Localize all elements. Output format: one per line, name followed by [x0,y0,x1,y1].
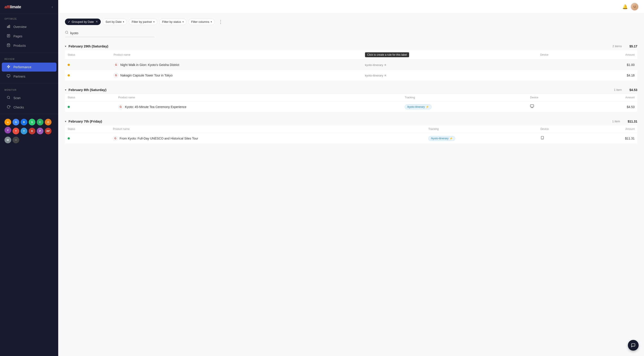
network-icon-g: G [113,136,118,141]
product-cell: G Night Walk in Gion: Kyoto's Geisha Dis… [111,60,362,70]
status-cell [65,102,116,112]
product-name: Kyoto: 45-Minute Tea Ceremony Experience [125,105,186,109]
th-device: Device [527,94,580,102]
tracking-link-icon: ⚡ [450,137,453,140]
loading-spinner-icon: ✳ [384,63,386,67]
partner-t[interactable]: T [12,128,19,134]
partner-c[interactable]: C [37,119,44,126]
table-row: G Kyoto: 45-Minute Tea Ceremony Experien… [65,102,637,112]
sidebar-item-checks[interactable]: Checks [2,103,56,112]
partner-google[interactable]: G [12,119,19,126]
monitor-section-label: MONITOR [0,85,58,93]
sidebar: affilimate ‹ OPTIMIZE Overview Pages Pro… [0,0,58,356]
partner-v[interactable]: V [4,127,11,134]
sort-by-date-chip[interactable]: Sort by Date ▾ [102,18,127,25]
collapse-feb-8-icon: ▾ [65,88,66,91]
table-feb-29-header-row: Status Product name Click to create a ru… [65,50,637,60]
sidebar-item-performance[interactable]: Performance [2,63,56,72]
th-tracking: Tracking [402,94,527,102]
th-status: Status [65,125,110,133]
remove-group-icon[interactable]: ✕ [96,20,98,23]
collapse-feb-29-icon: ▾ [65,45,66,48]
user-avatar[interactable]: U [630,3,639,11]
partner-more[interactable]: ··· [12,137,19,143]
date-group-feb-7-header[interactable]: ▾ February 7th (Friday) 1 item $11.31 [65,118,637,125]
pages-label: Pages [14,34,22,38]
tracking-label-text: kyoto-itinerary [365,63,383,67]
sidebar-collapse-button[interactable]: ‹ [51,4,54,10]
table-feb-7: Status Product name Tracking Device Amou… [65,125,637,144]
network-icon-g: G [114,73,118,78]
filter-by-status-chip[interactable]: Filter by status ▾ [159,18,186,25]
overview-label: Overview [14,25,26,29]
th-product-name: Product name [111,50,362,60]
partner-b[interactable]: B [20,119,27,126]
sidebar-section-review: REVIEW Performance Partners [0,54,58,81]
optimize-section-label: OPTIMIZE [0,14,58,22]
filter-bar: ✓ Grouped by Date ✕ Sort by Date ▾ Filte… [65,18,637,25]
sidebar-item-partners[interactable]: Partners [2,72,56,81]
sidebar-item-products[interactable]: Products [2,41,56,50]
device-cell [527,102,580,112]
sidebar-item-pages[interactable]: Pages [2,32,56,41]
date-group-feb-29-header[interactable]: ▾ February 29th (Saturday) 2 items $5.17 [65,42,637,50]
main-area: 🔔 U ✓ Grouped by Date ✕ Sort by Date ▾ F… [58,0,644,356]
partners-icon [6,74,11,79]
th-status: Status [65,50,111,60]
svg-line-15 [68,33,68,34]
more-filters-button[interactable]: ⋮ [216,18,224,25]
chat-button[interactable] [628,340,639,351]
sort-by-date-label: Sort by Date [106,20,122,23]
scan-label: Scan [14,96,20,100]
product-name: Nakagin Capsule Tower Tour in Tokyo [120,74,172,77]
notification-bell-icon[interactable]: 🔔 [622,4,628,9]
tracking-loading: kyoto-itinerary ✳ [365,74,387,77]
create-rule-tooltip[interactable]: Click to create a rule for this label [365,52,409,57]
partner-amazon[interactable]: a [4,119,11,126]
collapse-feb-7-icon: ▾ [65,120,66,123]
status-cell [65,133,110,144]
network-icon-g: G [118,104,123,109]
partners-label: Partners [14,75,25,78]
search-input[interactable] [70,31,138,35]
products-label: Products [14,44,26,47]
tracking-cell: /kyoto-itinerary ⚡ [426,133,538,144]
grouped-by-date-chip[interactable]: ✓ Grouped by Date ✕ [65,18,101,25]
date-group-feb-8-header[interactable]: ▾ February 8th (Saturday) 1 item $4.53 [65,86,637,94]
partner-s[interactable]: S [29,119,36,126]
partner-r[interactable]: R [29,128,36,134]
th-amount: Amount [586,50,637,60]
tracking-cell: kyoto-itinerary ✳ [362,60,538,70]
partner-o[interactable]: O [45,119,52,126]
partner-w[interactable]: W [4,137,11,143]
table-row: G From Kyoto: Full-Day UNESCO and Histor… [65,133,637,144]
svg-rect-16 [530,105,534,107]
bar-chart-icon [6,25,11,29]
svg-point-12 [7,96,10,99]
tracking-badge[interactable]: /kyoto-itinerary ⚡ [428,136,455,141]
columns-chevron-icon: ▾ [211,20,212,23]
tracking-badge[interactable]: /kyoto-itinerary ⚡ [405,104,432,109]
device-cell [538,70,586,81]
date-feb-7-count: 1 item [612,120,620,123]
sidebar-item-scan[interactable]: Scan [2,93,56,102]
filter-columns-chip[interactable]: Filter columns ▾ [188,18,215,25]
partner-rp[interactable]: RP [45,128,52,134]
sidebar-item-overview[interactable]: Overview [2,22,56,31]
checks-icon [6,105,11,110]
date-feb-7-amount: $11.31 [628,120,637,123]
date-group-feb-7: ▾ February 7th (Friday) 1 item $11.31 St… [65,118,637,144]
svg-line-13 [9,98,10,99]
filter-by-partner-chip[interactable]: Filter by partner ▾ [129,18,158,25]
svg-marker-8 [7,65,10,68]
table-feb-7-header-row: Status Product name Tracking Device Amou… [65,125,637,133]
partner-p[interactable]: P [37,128,44,134]
loading-spinner-icon: ✳ [384,74,386,77]
main-content: ✓ Grouped by Date ✕ Sort by Date ▾ Filte… [58,14,644,356]
partner-y[interactable]: Y [20,128,27,134]
checkmark-icon: ✓ [68,20,70,23]
tracking-loading: kyoto-itinerary ✳ [365,63,387,67]
amount-cell: $11.31 [585,133,637,144]
svg-rect-9 [7,75,10,77]
svg-point-14 [66,31,68,33]
